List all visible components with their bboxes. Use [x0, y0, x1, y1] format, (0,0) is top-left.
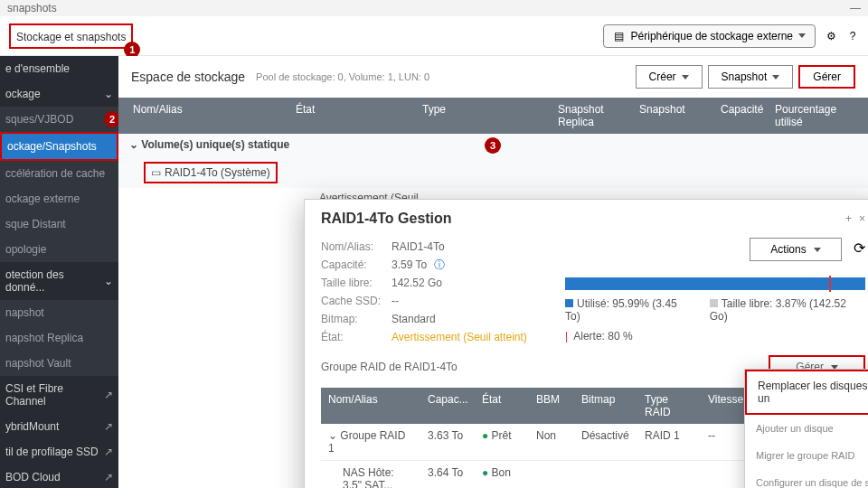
app-title: Stockage et snapshots 1 — [9, 23, 133, 49]
sidebar-item-snapshot-replica[interactable]: napshot Replica — [0, 325, 118, 351]
external-link-icon: ↗ — [104, 446, 113, 458]
legend-swatch-free — [710, 299, 718, 307]
app-header: Stockage et snapshots 1 ▤ Périphérique d… — [0, 16, 868, 56]
menu-configure-spare[interactable]: Configurer un disque de secours — [745, 469, 868, 488]
ok-icon: ● — [482, 429, 488, 442]
volume-group-row[interactable]: ⌄ Volume(s) unique(s) statique 3 — [118, 134, 868, 155]
drive-icon: ▤ — [613, 30, 626, 42]
sidebar: e d'ensemble ockage⌄ sques/VJBOD 2 ockag… — [0, 56, 118, 488]
callout-3: 3 — [485, 137, 501, 154]
sidebar-item-cache[interactable]: ccélération de cache — [0, 161, 118, 186]
settings-icon[interactable]: ⚙ — [825, 30, 837, 42]
caret-down-icon — [814, 248, 821, 252]
menu-add-disk[interactable]: Ajouter un disque — [745, 415, 868, 442]
snapshot-button[interactable]: Snapshot — [708, 65, 794, 89]
volume-icon: ▭ — [151, 166, 161, 179]
usage-bar — [565, 277, 865, 290]
sidebar-item-overview[interactable]: e d'ensemble — [0, 56, 118, 81]
legend-swatch-used — [565, 299, 573, 307]
manage-button[interactable]: Gérer — [798, 65, 855, 89]
create-button[interactable]: Créer — [636, 65, 703, 89]
sidebar-item-remote-disk[interactable]: sque Distant — [0, 211, 118, 237]
alert-threshold-marker — [829, 276, 831, 292]
refresh-icon[interactable]: ⟳ — [854, 239, 865, 257]
sidebar-item-storage-snapshots[interactable]: ockage/Snapshots — [0, 132, 118, 161]
external-storage-button[interactable]: ▤ Périphérique de stockage externe — [603, 24, 816, 48]
external-link-icon: ↗ — [104, 389, 113, 401]
modal-title: RAID1-4To Gestion — [321, 211, 452, 227]
external-link-icon: ↗ — [104, 420, 113, 433]
sidebar-item-iscsi[interactable]: CSI et Fibre Channel↗ — [0, 376, 118, 414]
sidebar-item-ext-storage[interactable]: ockage externe — [0, 186, 118, 211]
main-panel: Espace de stockage Pool de stockage: 0, … — [118, 56, 868, 488]
sidebar-item-disks[interactable]: sques/VJBOD 2 — [0, 107, 118, 132]
expand-icon[interactable]: + — [845, 212, 852, 225]
window-title: snapshots — [7, 2, 57, 14]
actions-button[interactable]: Actions — [750, 238, 841, 261]
sidebar-item-topology[interactable]: opologie — [0, 237, 118, 262]
raid-group-label: Groupe RAID de RAID1-4To — [321, 361, 458, 373]
sidebar-item-hybridmount[interactable]: ybridMount↗ — [0, 414, 118, 439]
caret-down-icon — [682, 75, 689, 80]
raid-manage-menu: 6 Remplacer les disques un par un↖ Ajout… — [744, 369, 868, 488]
sidebar-item-snapshot[interactable]: napshot — [0, 300, 118, 325]
external-link-icon: ↗ — [104, 471, 113, 483]
table-header: Nom/Alias État Type Snapshot Replica Sna… — [118, 98, 868, 134]
minimize-icon[interactable]: — — [850, 2, 861, 14]
page-title: Espace de stockage — [131, 70, 245, 84]
volume-row[interactable]: ▭ RAID1-4To (Système) — [144, 162, 278, 183]
ok-icon: ● — [482, 466, 488, 479]
close-icon[interactable]: × — [859, 212, 865, 225]
caret-down-icon — [772, 75, 779, 80]
sidebar-item-jbod-cloud[interactable]: BOD Cloud↗ — [0, 465, 118, 488]
page-subtitle: Pool de stockage: 0, Volume: 1, LUN: 0 — [256, 71, 429, 82]
chevron-down-icon: ⌄ — [129, 138, 141, 151]
menu-migrate-raid[interactable]: Migrer le groupe RAID — [745, 442, 868, 469]
sidebar-item-ssd-profiling[interactable]: til de profilage SSD↗ — [0, 439, 118, 465]
caret-down-icon — [798, 33, 806, 38]
menu-replace-disk[interactable]: Remplacer les disques un par un↖ — [745, 370, 868, 415]
sidebar-item-storage[interactable]: ockage⌄ — [0, 81, 118, 107]
window-titlebar: snapshots — — [0, 0, 868, 16]
chevron-down-icon: ⌄ — [104, 275, 113, 287]
callout-1: 1 — [124, 42, 140, 58]
usage-legend: Utilisé: 95.99% (3.45 To) Taille libre: … — [565, 297, 865, 323]
sidebar-item-snapshot-vault[interactable]: napshot Vault — [0, 351, 118, 376]
sidebar-item-data-protection[interactable]: otection des donné...⌄ — [0, 262, 118, 300]
help-icon[interactable]: ? — [846, 30, 859, 42]
info-icon[interactable]: ⓘ — [434, 256, 445, 274]
alert-threshold: | Alerte: 80 % — [565, 330, 865, 343]
titlebar-controls: — — [850, 2, 861, 14]
chevron-down-icon: ⌄ — [104, 88, 113, 100]
volume-info: Nom/Alias:RAID1-4To Capacité:3.59 To ⓘ T… — [321, 238, 565, 346]
